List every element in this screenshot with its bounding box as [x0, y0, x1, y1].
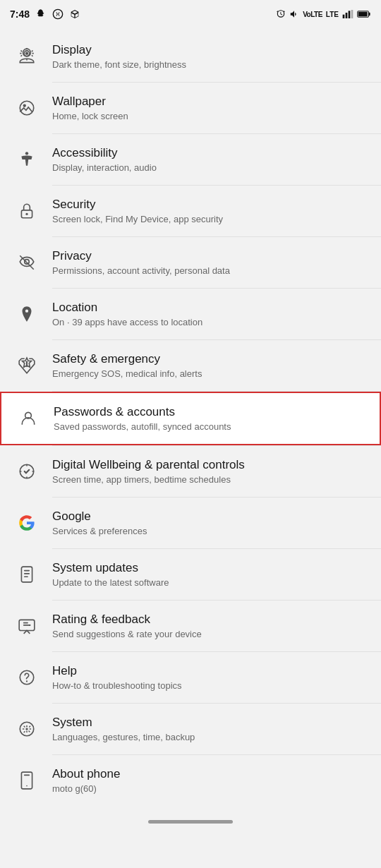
- security-text: Security Screen lock, Find My Device, ap…: [52, 197, 223, 226]
- about-text: About phone moto g(60): [52, 766, 120, 795]
- status-right: VoLTE LTE: [276, 9, 371, 19]
- google-subtitle: Services & preferences: [52, 526, 147, 538]
- settings-item-location[interactable]: Location On · 39 apps have access to loc…: [0, 289, 381, 339]
- svg-point-23: [26, 680, 28, 682]
- settings-item-privacy[interactable]: Privacy Permissions, account activity, p…: [0, 237, 381, 288]
- alarm-icon: [276, 9, 286, 19]
- security-title: Security: [52, 197, 223, 212]
- accessibility-icon: [11, 144, 42, 175]
- wellbeing-icon: [11, 456, 42, 487]
- snapchat-icon: [35, 8, 47, 20]
- location-title: Location: [52, 300, 202, 315]
- help-subtitle: How-to & troubleshooting topics: [52, 680, 182, 692]
- system-updates-icon: [11, 559, 42, 590]
- svg-rect-4: [351, 10, 353, 18]
- system-subtitle: Languages, gestures, time, backup: [52, 732, 195, 744]
- system-updates-text: System updates Update to the latest soft…: [52, 560, 169, 589]
- about-icon: [11, 765, 42, 796]
- location-text: Location On · 39 apps have access to loc…: [52, 300, 202, 329]
- volte-label: VoLTE: [303, 11, 322, 18]
- wallpaper-icon: [11, 92, 42, 123]
- privacy-subtitle: Permissions, account activity, personal …: [52, 265, 230, 277]
- settings-item-wellbeing[interactable]: Digital Wellbeing & parental controls Sc…: [0, 446, 381, 497]
- svg-point-11: [23, 104, 26, 107]
- help-icon: [11, 662, 42, 693]
- safety-subtitle: Emergency SOS, medical info, alerts: [52, 368, 202, 380]
- settings-item-security[interactable]: Security Screen lock, Find My Device, ap…: [0, 186, 381, 236]
- system-updates-title: System updates: [52, 560, 169, 576]
- location-subtitle: On · 39 apps have access to location: [52, 317, 202, 329]
- passwords-icon: [13, 403, 44, 434]
- status-left: 7:48: [10, 8, 80, 20]
- wellbeing-subtitle: Screen time, app timers, bedtime schedul…: [52, 474, 245, 486]
- wallpaper-title: Wallpaper: [52, 94, 128, 109]
- system-icon: [11, 713, 42, 745]
- accessibility-title: Accessibility: [52, 145, 157, 161]
- svg-point-14: [25, 213, 28, 215]
- box-icon: [69, 8, 80, 20]
- system-title: System: [52, 715, 195, 730]
- rating-title: Rating & feedback: [52, 612, 202, 627]
- settings-item-display[interactable]: Display Dark theme, font size, brightnes…: [0, 31, 381, 82]
- safety-icon: [11, 350, 42, 381]
- wellbeing-title: Digital Wellbeing & parental controls: [52, 457, 245, 473]
- location-icon: [11, 299, 42, 330]
- about-subtitle: moto g(60): [52, 783, 120, 795]
- svg-rect-3: [349, 11, 351, 18]
- passwords-text: Passwords & accounts Saved passwords, au…: [54, 404, 231, 433]
- settings-item-system-updates[interactable]: System updates Update to the latest soft…: [0, 549, 381, 600]
- settings-item-google[interactable]: Google Services & preferences: [0, 498, 381, 548]
- settings-item-safety[interactable]: Safety & emergency Emergency SOS, medica…: [0, 340, 381, 391]
- shazam-icon: [52, 8, 64, 20]
- accessibility-text: Accessibility Display, interaction, audi…: [52, 145, 157, 174]
- privacy-text: Privacy Permissions, account activity, p…: [52, 248, 230, 277]
- security-icon: [11, 195, 42, 227]
- svg-rect-2: [346, 13, 348, 18]
- time: 7:48: [10, 8, 30, 20]
- home-indicator: [148, 820, 233, 824]
- wallpaper-text: Wallpaper Home, lock screen: [52, 94, 128, 123]
- system-updates-subtitle: Update to the latest software: [52, 577, 169, 589]
- google-icon: [11, 507, 42, 538]
- svg-point-8: [25, 52, 28, 55]
- settings-item-accessibility[interactable]: Accessibility Display, interaction, audi…: [0, 134, 381, 185]
- display-title: Display: [52, 42, 186, 58]
- about-title: About phone: [52, 766, 120, 782]
- safety-text: Safety & emergency Emergency SOS, medica…: [52, 351, 202, 380]
- svg-rect-6: [368, 13, 370, 16]
- display-icon: [11, 41, 42, 72]
- rating-text: Rating & feedback Send suggestions & rat…: [52, 612, 202, 641]
- help-title: Help: [52, 663, 182, 679]
- passwords-title: Passwords & accounts: [54, 404, 231, 420]
- svg-point-21: [29, 625, 30, 626]
- display-subtitle: Dark theme, font size, brightness: [52, 59, 186, 71]
- accessibility-subtitle: Display, interaction, audio: [52, 162, 157, 174]
- lte-label: LTE: [326, 11, 339, 18]
- svg-rect-7: [358, 12, 368, 16]
- settings-item-wallpaper[interactable]: Wallpaper Home, lock screen: [0, 83, 381, 133]
- google-text: Google Services & preferences: [52, 509, 147, 538]
- settings-item-passwords[interactable]: Passwords & accounts Saved passwords, au…: [0, 392, 381, 445]
- svg-point-12: [25, 152, 28, 155]
- settings-list: Display Dark theme, font size, brightnes…: [0, 31, 381, 806]
- privacy-icon: [11, 247, 42, 278]
- wallpaper-subtitle: Home, lock screen: [52, 111, 128, 123]
- volume-icon: [289, 9, 299, 19]
- display-text: Display Dark theme, font size, brightnes…: [52, 42, 186, 71]
- wellbeing-text: Digital Wellbeing & parental controls Sc…: [52, 457, 245, 486]
- battery-icon: [357, 9, 371, 19]
- settings-item-system[interactable]: System Languages, gestures, time, backup: [0, 704, 381, 754]
- google-title: Google: [52, 509, 147, 524]
- security-subtitle: Screen lock, Find My Device, app securit…: [52, 214, 223, 226]
- signal-icon: [342, 9, 353, 19]
- settings-item-help[interactable]: Help How-to & troubleshooting topics: [0, 652, 381, 703]
- svg-point-25: [25, 728, 28, 730]
- svg-rect-19: [21, 567, 32, 582]
- rating-subtitle: Send suggestions & rate your device: [52, 629, 202, 641]
- settings-item-rating[interactable]: Rating & feedback Send suggestions & rat…: [0, 601, 381, 651]
- safety-title: Safety & emergency: [52, 351, 202, 367]
- settings-item-about[interactable]: About phone moto g(60): [0, 755, 381, 806]
- privacy-title: Privacy: [52, 248, 230, 264]
- system-text: System Languages, gestures, time, backup: [52, 715, 195, 744]
- rating-icon: [11, 610, 42, 641]
